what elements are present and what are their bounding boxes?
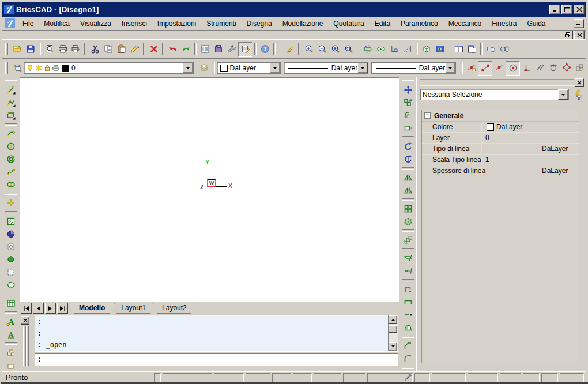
- ucs-button[interactable]: [387, 43, 401, 56]
- properties-list-button[interactable]: [198, 43, 212, 56]
- menu-strumenti[interactable]: Strumenti: [201, 18, 241, 29]
- snap-endpoint-button[interactable]: [478, 61, 492, 76]
- menu-modifica[interactable]: Modifica: [39, 18, 75, 29]
- tab-next-button[interactable]: [45, 303, 56, 314]
- render-button[interactable]: [433, 43, 446, 56]
- menu-meccanico[interactable]: Meccanico: [443, 18, 487, 29]
- insert-block-button[interactable]: [5, 347, 17, 359]
- wipeout-button[interactable]: [5, 266, 17, 278]
- print-button[interactable]: [56, 43, 69, 56]
- help-button[interactable]: ?: [258, 43, 272, 56]
- revision-cloud-button[interactable]: [5, 278, 17, 291]
- property-value[interactable]: DaLayer: [482, 167, 579, 175]
- menu-parametrico[interactable]: Parametrico: [395, 18, 443, 29]
- color-combo[interactable]: DaLayer: [217, 62, 281, 74]
- scale-button[interactable]: [402, 234, 414, 246]
- mdi-close-button[interactable]: [574, 31, 585, 40]
- snap-nearest-button[interactable]: [465, 61, 478, 74]
- menu-file[interactable]: File: [17, 18, 39, 29]
- tab-modello[interactable]: Modello: [69, 303, 115, 314]
- tab-layout1[interactable]: Layout1: [111, 303, 156, 314]
- command-input[interactable]: :: [35, 353, 398, 366]
- linetype-combo[interactable]: DaLayer: [284, 62, 368, 74]
- mirror-3d-button[interactable]: [402, 184, 414, 197]
- open-button[interactable]: [10, 43, 24, 56]
- look-button[interactable]: [374, 43, 387, 56]
- layer-combo-arrow[interactable]: [183, 63, 193, 73]
- zoom-extents-button[interactable]: [329, 43, 342, 56]
- polar-array-button[interactable]: [402, 215, 414, 228]
- rectangle-button[interactable]: [5, 109, 17, 122]
- snap-center-button[interactable]: [506, 61, 520, 76]
- ellipse-button[interactable]: [5, 178, 17, 191]
- tab-layout2[interactable]: Layout2: [152, 303, 197, 314]
- layer-explorer-button[interactable]: [10, 62, 24, 75]
- minimize-button[interactable]: [549, 5, 560, 14]
- print-preview-button[interactable]: [43, 43, 56, 56]
- toolbar-grip[interactable]: [5, 80, 17, 81]
- maximize-button[interactable]: [561, 5, 572, 14]
- snap-parallel-button[interactable]: [533, 61, 546, 74]
- text-button[interactable]: A: [5, 328, 17, 341]
- scroll-thumb[interactable]: [389, 325, 397, 333]
- snap-insertion-button[interactable]: [573, 61, 586, 74]
- settings-wrench-button[interactable]: [225, 43, 238, 56]
- snap-tangent-button[interactable]: [546, 61, 560, 74]
- mirror-button[interactable]: [402, 171, 414, 184]
- property-value[interactable]: DaLayer: [482, 123, 579, 131]
- move-button[interactable]: [402, 84, 414, 96]
- view-3d-button[interactable]: [420, 43, 433, 56]
- mtext-button[interactable]: A: [5, 315, 17, 328]
- mdi-minimize-button[interactable]: [574, 19, 584, 28]
- table-button[interactable]: [5, 297, 17, 310]
- polyline-button[interactable]: [5, 96, 17, 109]
- title-bar[interactable]: BricsCAD - [Disegno1]: [2, 2, 586, 17]
- layer-combo[interactable]: 0: [24, 62, 194, 74]
- redline-button[interactable]: [283, 43, 296, 56]
- command-grip[interactable]: [26, 326, 29, 366]
- rotate-button[interactable]: [402, 140, 414, 153]
- scroll-down-button[interactable]: [389, 342, 397, 351]
- toolbar-grip[interactable]: [5, 62, 8, 74]
- color-combo-arrow[interactable]: [270, 63, 280, 73]
- entity-3d-button[interactable]: [497, 43, 511, 56]
- cut-button[interactable]: [88, 43, 101, 56]
- trim-button[interactable]: [402, 252, 414, 265]
- tab-last-button[interactable]: [57, 303, 68, 314]
- lengthen-button[interactable]: [402, 308, 414, 321]
- menu-visualizza[interactable]: Visualizza: [75, 18, 116, 29]
- solid-button[interactable]: [5, 228, 17, 240]
- selection-combo-arrow[interactable]: [558, 89, 568, 100]
- property-value[interactable]: DaLayer: [482, 145, 579, 153]
- offset-button[interactable]: [402, 109, 414, 122]
- fillet-button[interactable]: [402, 352, 414, 365]
- chamfer-button[interactable]: [402, 340, 414, 352]
- collapse-section-box[interactable]: −: [424, 112, 431, 119]
- undo-button[interactable]: [166, 43, 179, 56]
- scroll-up-button[interactable]: [389, 315, 397, 324]
- stretch-button[interactable]: [402, 122, 414, 134]
- snap-midpoint-button[interactable]: [492, 61, 506, 74]
- layer-state-button[interactable]: [238, 42, 252, 57]
- snap-quadrant-button[interactable]: [560, 61, 573, 74]
- toolbar-grip[interactable]: [5, 43, 8, 55]
- close-button[interactable]: [574, 5, 585, 14]
- spline-button[interactable]: [5, 165, 17, 178]
- array-button[interactable]: [402, 202, 414, 215]
- line-button[interactable]: [5, 84, 17, 96]
- lineweight-combo[interactable]: DaLayer: [371, 62, 456, 74]
- mdi-restore-button[interactable]: [563, 31, 573, 40]
- new-window-button[interactable]: [465, 43, 478, 56]
- filter-icon[interactable]: [572, 89, 583, 101]
- menu-edita[interactable]: Edita: [370, 18, 395, 29]
- menu-inserisci[interactable]: Inserisci: [116, 18, 152, 29]
- zoom-in-button[interactable]: [302, 43, 315, 56]
- layers-button[interactable]: [198, 62, 211, 75]
- match-properties-brush-button[interactable]: [128, 43, 141, 56]
- command-history[interactable]: ::: _open: [35, 315, 398, 352]
- donut-button[interactable]: [5, 153, 17, 165]
- menu-modellazione[interactable]: Modellazione: [277, 18, 329, 29]
- command-close-button[interactable]: [21, 316, 29, 325]
- panel-close-button[interactable]: [575, 78, 584, 87]
- attdef-button[interactable]: [5, 359, 17, 372]
